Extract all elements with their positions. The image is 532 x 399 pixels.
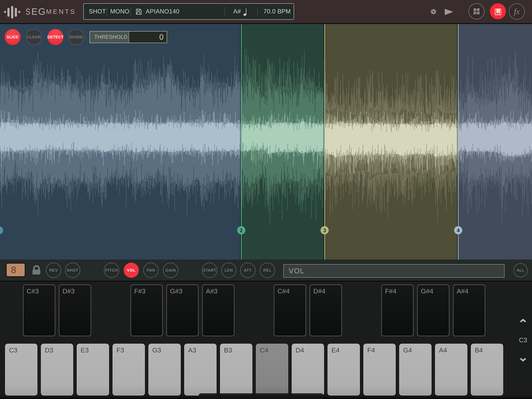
svg-text:3: 3 <box>323 228 326 233</box>
svg-text:2: 2 <box>240 228 243 233</box>
svg-text:4: 4 <box>457 228 460 233</box>
svg-text:fx: fx <box>514 7 520 16</box>
